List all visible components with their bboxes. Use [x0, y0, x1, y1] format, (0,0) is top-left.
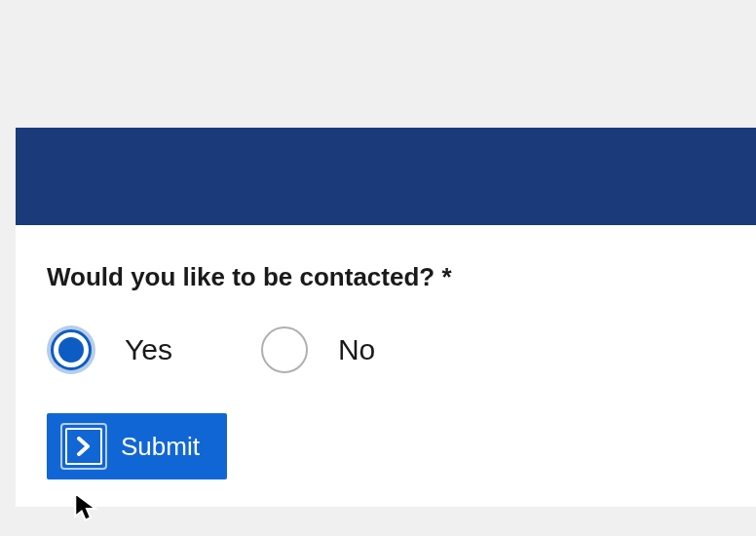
submit-label: Submit	[121, 432, 200, 462]
radio-label-no: No	[338, 333, 375, 366]
radio-group: Yes No	[47, 325, 725, 374]
card-body: Would you like to be contacted? * Yes No	[16, 225, 756, 507]
card-header	[16, 128, 756, 225]
chevron-right-icon	[60, 423, 107, 470]
radio-no[interactable]	[260, 325, 309, 374]
radio-label-yes: Yes	[125, 333, 172, 366]
form-card: Would you like to be contacted? * Yes No	[16, 128, 756, 507]
question-label: Would you like to be contacted? *	[47, 262, 725, 292]
radio-option-no[interactable]: No	[260, 325, 375, 374]
submit-button[interactable]: Submit	[47, 413, 227, 479]
radio-option-yes[interactable]: Yes	[47, 325, 172, 374]
radio-yes[interactable]	[47, 325, 95, 374]
